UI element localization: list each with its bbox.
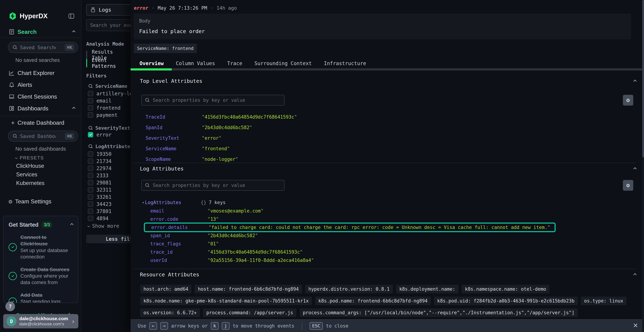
attribute-row[interactable]: span_id"2b43d0c4dd6bc582"	[130, 232, 644, 240]
preset-kubernetes[interactable]: Kubernetes	[16, 180, 44, 186]
chevron-up-icon[interactable]	[72, 107, 75, 110]
attribute-row[interactable]: trace_id"4156d3fbc40a64854d9dc7f68641593…	[130, 248, 644, 256]
sidebar-item-chart-explorer[interactable]: Chart Explorer	[0, 69, 82, 77]
filter-option[interactable]: 2333	[88, 172, 108, 179]
less-filters-button[interactable]: Less filters	[86, 235, 130, 243]
filter-option[interactable]: 19350	[88, 150, 112, 158]
highlighted-attribute-row[interactable]: error.details "failed to charge card: co…	[144, 222, 556, 232]
log-attributes-search-input[interactable]	[153, 183, 274, 188]
collapse-section-icon[interactable]	[633, 80, 636, 83]
get-started-item[interactable]: Create Data Sources Configure where your…	[8, 266, 73, 286]
caret-down-icon[interactable]: ▾	[142, 200, 145, 205]
attribute-root-row[interactable]: ▾ LogAttributes {} 7 keys	[130, 198, 644, 207]
filter-option[interactable]: payment	[88, 112, 118, 118]
tab-surrounding-context[interactable]: Surrounding Context	[248, 58, 318, 68]
events-search-box[interactable]	[86, 19, 130, 31]
sidebar-item-search[interactable]: Search	[0, 27, 82, 36]
attribute-row[interactable]: SpanId"2b43d0c4dd6bc582"	[130, 122, 644, 133]
sidebar-item-team-settings[interactable]: ⚙ Team Settings	[0, 197, 82, 206]
search-icon[interactable]	[88, 84, 93, 88]
filter-option[interactable]: 21734	[88, 158, 112, 165]
presets-toggle[interactable]: PRESETS	[0, 154, 82, 161]
mode-event-patterns[interactable]: Event Patterns	[86, 59, 130, 67]
checkbox-unchecked[interactable]	[88, 173, 93, 178]
scrollbar-thumb[interactable]	[642, 0, 644, 158]
filter-option[interactable]: 4894	[88, 215, 108, 222]
checkbox-unchecked[interactable]	[88, 166, 93, 171]
resource-pill[interactable]: process.command_args: ["/usr/local/bin/n…	[300, 308, 578, 317]
saved-searches-field[interactable]	[20, 45, 56, 50]
tab-trace[interactable]: Trace	[221, 58, 248, 68]
top-level-search-input[interactable]	[153, 98, 274, 103]
chevron-up-icon[interactable]	[72, 30, 75, 34]
top-level-settings-button[interactable]: ⚙	[623, 95, 633, 106]
resource-pill[interactable]: process.command: /app/server.js	[203, 308, 296, 317]
filter-option[interactable]: 33261	[88, 193, 112, 200]
saved-dashboards-input[interactable]: ⌘K	[8, 130, 78, 142]
log-attributes-settings-button[interactable]: ⚙	[623, 180, 633, 191]
checkbox-unchecked[interactable]	[88, 208, 93, 214]
create-dashboard-button[interactable]: + Create Dashboard	[0, 118, 82, 127]
filter-option[interactable]: 32311	[88, 186, 112, 193]
resource-pill[interactable]: host.arch: amd64	[140, 285, 192, 293]
tab-infrastructure[interactable]: Infrastructure	[318, 58, 372, 68]
checkbox-unchecked[interactable]	[88, 180, 93, 185]
preset-clickhouse[interactable]: ClickHouse	[16, 163, 44, 169]
close-icon[interactable]: ×	[633, 321, 638, 329]
chevron-up-icon[interactable]	[70, 223, 73, 226]
tab-overview[interactable]: Overview	[134, 58, 170, 68]
top-level-search-box[interactable]	[141, 95, 284, 106]
scrollbar-track[interactable]	[642, 0, 644, 332]
checkbox-unchecked[interactable]	[88, 216, 93, 221]
filter-option[interactable]: email	[88, 97, 112, 104]
log-attributes-search-box[interactable]	[141, 180, 284, 191]
filter-option[interactable]: 34423	[88, 200, 112, 208]
resource-pill[interactable]: os.type: linux	[581, 296, 626, 305]
collapse-section-icon[interactable]	[633, 273, 636, 276]
filter-option[interactable]: artillery-loadgen	[88, 90, 130, 97]
events-search-input[interactable]	[90, 22, 130, 28]
checkbox-unchecked[interactable]	[88, 194, 93, 200]
get-started-item[interactable]: Add Data Start sending logs, metrics, or…	[8, 292, 73, 303]
resource-pill[interactable]: host.name: frontend-6b6c8d7bfd-ng894	[195, 285, 302, 293]
resource-pill[interactable]: hyperdx.distro.version: 0.8.1	[305, 285, 393, 293]
attribute-row[interactable]: error.code"13"	[130, 215, 644, 223]
attribute-row[interactable]: ServiceName"frontend"	[130, 143, 644, 154]
checkbox-unchecked[interactable]	[88, 91, 93, 96]
filter-option[interactable]: 29081	[88, 179, 112, 186]
checkbox-unchecked[interactable]	[88, 98, 93, 104]
checkbox-unchecked[interactable]	[88, 187, 93, 192]
checkbox-unchecked[interactable]	[88, 112, 93, 118]
attribute-row[interactable]: TraceId"4156d3fbc40a64854d9dc7f68641593c…	[130, 112, 644, 122]
show-more-button[interactable]: Show more	[88, 222, 119, 230]
sidebar-item-alerts[interactable]: Alerts	[0, 80, 82, 89]
help-button[interactable]: ?	[5, 302, 15, 311]
search-icon[interactable]	[88, 144, 93, 149]
sidebar-collapse-icon[interactable]	[68, 12, 75, 20]
user-menu[interactable]: D dale@clickhouse.com dale@clickhouse.co…	[3, 314, 78, 328]
servicename-chip[interactable]: ServiceName: frontend	[134, 44, 197, 53]
sidebar-item-dashboards[interactable]: Dashboards	[0, 104, 82, 113]
attribute-row[interactable]: trace_flags"01"	[130, 240, 644, 248]
resource-pill[interactable]: os.version: 6.6.72+	[140, 308, 200, 317]
sidebar-item-client-sessions[interactable]: Client Sessions	[0, 92, 82, 101]
saved-searches-input[interactable]: ⌘K	[8, 42, 78, 53]
attribute-row[interactable]: userId"92a55156-39a4-11f0-8ddd-a2eca416a…	[130, 256, 644, 264]
collapse-section-icon[interactable]	[633, 167, 636, 170]
search-icon[interactable]	[88, 126, 93, 130]
get-started-item[interactable]: Connect to ClickHouse Set up your databa…	[8, 234, 73, 260]
checkbox-unchecked[interactable]	[88, 151, 93, 157]
attribute-row[interactable]: SeverityText"error"	[130, 133, 644, 143]
checkbox-checked[interactable]	[88, 132, 93, 138]
attribute-row[interactable]: email"vmoses@example.com"	[130, 207, 644, 215]
checkbox-unchecked[interactable]	[88, 202, 93, 207]
saved-dashboards-field[interactable]	[20, 134, 56, 139]
resource-pill[interactable]: k8s.pod.name: frontend-6b6c8d7bfd-ng894	[315, 296, 431, 305]
resource-pill[interactable]: k8s.pod.uid: f284fb2d-a0b3-4634-991b-e2c…	[434, 296, 578, 305]
resource-pill[interactable]: k8s.deployment.name:	[396, 285, 458, 293]
checkbox-unchecked[interactable]	[88, 105, 93, 110]
filter-option[interactable]: 37801	[88, 208, 112, 215]
filter-option[interactable]: frontend	[88, 104, 120, 112]
checkbox-unchecked[interactable]	[88, 158, 93, 164]
tab-column-values[interactable]: Column Values	[170, 58, 221, 68]
